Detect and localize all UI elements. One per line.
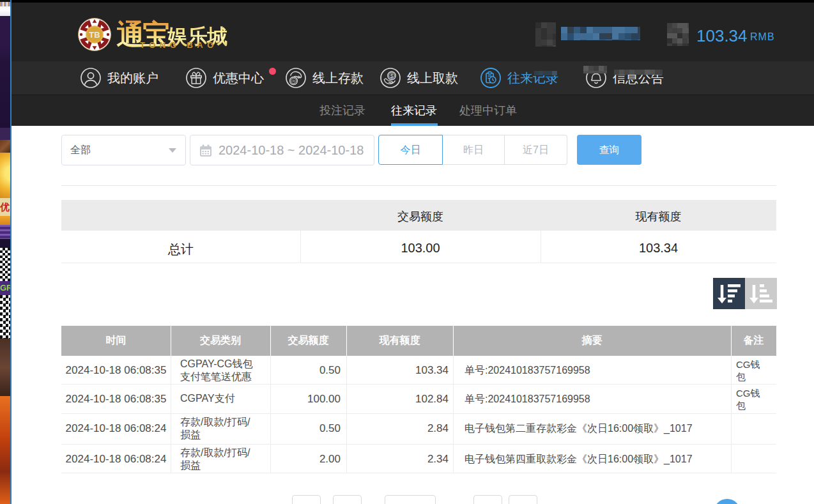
svg-text:$: $ bbox=[390, 73, 394, 79]
svg-text:TB: TB bbox=[89, 30, 100, 40]
